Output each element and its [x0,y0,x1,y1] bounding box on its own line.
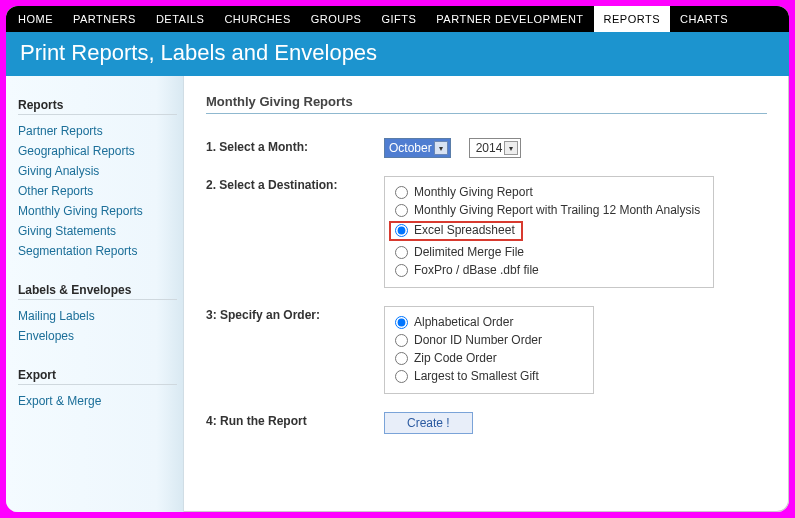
radio-input[interactable] [395,204,408,217]
year-value: 2014 [476,141,503,155]
option-label: Delimited Merge File [414,245,524,259]
chevron-down-icon: ▾ [434,141,448,155]
radio-input[interactable] [395,246,408,259]
dest-option-monthly-giving-report[interactable]: Monthly Giving Report [395,183,703,201]
app-frame: HOME PARTNERS DETAILS CHURCHES GROUPS GI… [6,6,789,512]
step-1-row: 1. Select a Month: October ▾ 2014 ▾ [206,138,767,158]
order-option-donor-id[interactable]: Donor ID Number Order [395,331,583,349]
sidebar-item-other-reports[interactable]: Other Reports [18,181,177,201]
sidebar-group-reports: Reports [18,98,177,115]
radio-input[interactable] [395,224,408,237]
dest-option-foxpro[interactable]: FoxPro / dBase .dbf file [395,261,703,279]
nav-charts[interactable]: CHARTS [670,6,738,32]
top-nav: HOME PARTNERS DETAILS CHURCHES GROUPS GI… [6,6,789,32]
sidebar-item-geographical-reports[interactable]: Geographical Reports [18,141,177,161]
order-option-zip[interactable]: Zip Code Order [395,349,583,367]
radio-input[interactable] [395,186,408,199]
page-title: Print Reports, Labels and Envelopes [6,32,789,76]
year-select[interactable]: 2014 ▾ [469,138,522,158]
option-label: Largest to Smallest Gift [414,369,539,383]
radio-input[interactable] [395,352,408,365]
sidebar-item-mailing-labels[interactable]: Mailing Labels [18,306,177,326]
nav-home[interactable]: HOME [8,6,63,32]
dest-option-delimited[interactable]: Delimited Merge File [395,243,703,261]
step-4-row: 4: Run the Report Create ! [206,412,767,434]
chevron-down-icon: ▾ [504,141,518,155]
step-3-row: 3: Specify an Order: Alphabetical Order … [206,306,767,394]
sidebar-group-labels: Labels & Envelopes [18,283,177,300]
option-label: Donor ID Number Order [414,333,542,347]
radio-input[interactable] [395,316,408,329]
order-option-alphabetical[interactable]: Alphabetical Order [395,313,583,331]
sidebar-item-giving-analysis[interactable]: Giving Analysis [18,161,177,181]
sidebar-item-envelopes[interactable]: Envelopes [18,326,177,346]
step-3-label: 3: Specify an Order: [206,306,384,322]
radio-input[interactable] [395,334,408,347]
nav-churches[interactable]: CHURCHES [214,6,300,32]
destination-options: Monthly Giving Report Monthly Giving Rep… [384,176,714,288]
step-4-label: 4: Run the Report [206,412,384,428]
option-label: Alphabetical Order [414,315,513,329]
sidebar: Reports Partner Reports Geographical Rep… [6,76,184,512]
radio-input[interactable] [395,264,408,277]
dest-option-excel-highlight: Excel Spreadsheet [395,219,703,243]
step-1-label: 1. Select a Month: [206,138,384,154]
nav-partner-development[interactable]: PARTNER DEVELOPMENT [426,6,593,32]
month-value: October [389,141,432,155]
step-2-label: 2. Select a Destination: [206,176,384,192]
order-option-largest[interactable]: Largest to Smallest Gift [395,367,583,385]
nav-gifts[interactable]: GIFTS [371,6,426,32]
order-options: Alphabetical Order Donor ID Number Order… [384,306,594,394]
nav-partners[interactable]: PARTNERS [63,6,146,32]
dest-option-trailing-12[interactable]: Monthly Giving Report with Trailing 12 M… [395,201,703,219]
sidebar-group-export: Export [18,368,177,385]
option-label: Monthly Giving Report [414,185,533,199]
option-label: Excel Spreadsheet [414,223,515,237]
sidebar-item-giving-statements[interactable]: Giving Statements [18,221,177,241]
option-label: FoxPro / dBase .dbf file [414,263,539,277]
option-label: Zip Code Order [414,351,497,365]
sidebar-item-export-merge[interactable]: Export & Merge [18,391,177,411]
step-2-row: 2. Select a Destination: Monthly Giving … [206,176,767,288]
create-button[interactable]: Create ! [384,412,473,434]
option-label: Monthly Giving Report with Trailing 12 M… [414,203,700,217]
nav-reports[interactable]: REPORTS [594,6,670,32]
sidebar-item-partner-reports[interactable]: Partner Reports [18,121,177,141]
nav-groups[interactable]: GROUPS [301,6,372,32]
month-select[interactable]: October ▾ [384,138,451,158]
sidebar-item-segmentation-reports[interactable]: Segmentation Reports [18,241,177,261]
nav-details[interactable]: DETAILS [146,6,215,32]
section-title: Monthly Giving Reports [206,94,767,114]
main-panel: Monthly Giving Reports 1. Select a Month… [184,76,789,512]
sidebar-item-monthly-giving-reports[interactable]: Monthly Giving Reports [18,201,177,221]
radio-input[interactable] [395,370,408,383]
dest-option-excel[interactable]: Excel Spreadsheet [395,223,515,237]
